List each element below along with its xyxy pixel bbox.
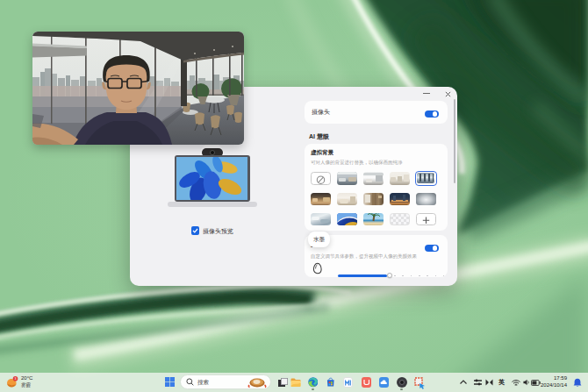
svg-text:3: 3 (15, 377, 17, 381)
